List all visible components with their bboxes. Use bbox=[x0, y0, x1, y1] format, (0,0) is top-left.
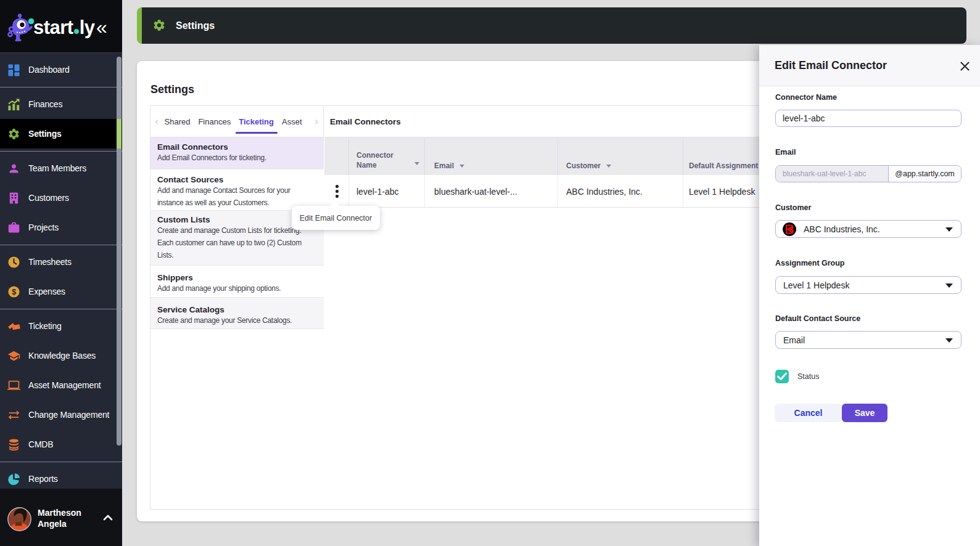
svg-text:$: $ bbox=[12, 287, 16, 296]
